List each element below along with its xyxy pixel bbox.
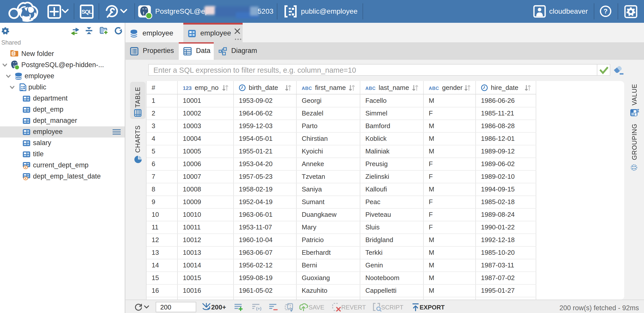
svg-text:SQL: SQL [82,9,92,15]
svg-text:?: ? [603,7,607,15]
svg-text:(+): (+) [256,306,261,311]
